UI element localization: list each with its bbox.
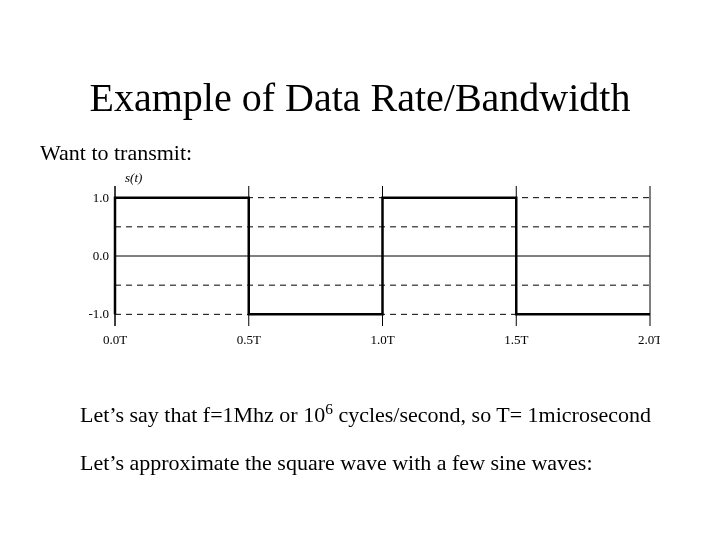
svg-text:0.0T: 0.0T bbox=[103, 332, 127, 347]
slide: Example of Data Rate/Bandwidth Want to t… bbox=[0, 0, 720, 540]
superscript-6: 6 bbox=[325, 400, 333, 417]
svg-text:-1.0: -1.0 bbox=[88, 306, 109, 321]
body-text-1: Let’s say that f=1Mhz or 106 cycles/seco… bbox=[80, 400, 651, 428]
body-text-1a: Let’s say that f=1Mhz or 10 bbox=[80, 402, 325, 427]
square-wave-chart: 1.00.0-1.00.0T0.5T1.0T1.5T2.0Ts(t) bbox=[70, 168, 660, 348]
svg-text:0.5T: 0.5T bbox=[237, 332, 261, 347]
svg-text:1.0T: 1.0T bbox=[370, 332, 394, 347]
svg-text:2.0T: 2.0T bbox=[638, 332, 660, 347]
svg-text:0.0: 0.0 bbox=[93, 248, 109, 263]
svg-text:1.0: 1.0 bbox=[93, 190, 109, 205]
body-text-1b: cycles/second, so T= 1microsecond bbox=[333, 402, 651, 427]
body-text-2: Let’s approximate the square wave with a… bbox=[80, 450, 593, 476]
subtitle-text: Want to transmit: bbox=[40, 140, 192, 166]
page-title: Example of Data Rate/Bandwidth bbox=[0, 74, 720, 121]
svg-text:1.5T: 1.5T bbox=[504, 332, 528, 347]
svg-text:s(t): s(t) bbox=[125, 170, 142, 185]
